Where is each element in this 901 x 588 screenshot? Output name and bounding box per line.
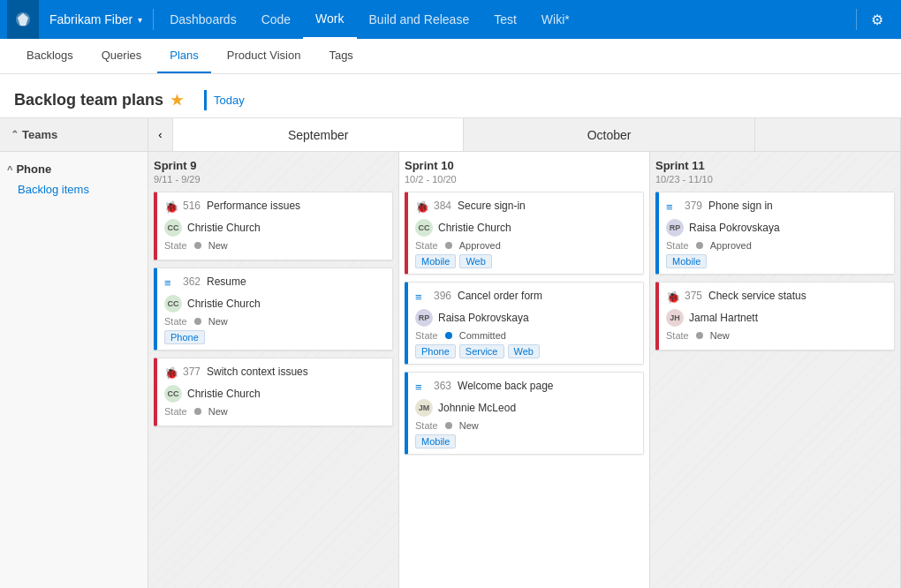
story-icon: ≡ [164,276,178,290]
avatar: JM [415,399,433,417]
card-362[interactable]: ≡ 362 Resume CC Christie Church State Ne… [154,268,393,351]
card-num: 375 [685,290,702,302]
story-icon: ≡ [415,381,429,394]
sprint-9-col: Sprint 9 9/11 - 9/29 🐞 516 Performance i… [148,152,399,588]
tag-mobile: Mobile [415,434,456,449]
card-377[interactable]: 🐞 377 Switch context issues CC Christie … [154,358,393,426]
month-october: October [464,118,754,151]
card-516[interactable]: 🐞 516 Performance issues CC Christie Chu… [154,192,393,260]
nav-work[interactable]: Work [303,0,356,39]
state-value: New [208,240,228,251]
bug-icon: 🐞 [415,200,429,214]
assignee-name: Christie Church [438,222,511,234]
settings-icon[interactable]: ⚙ [860,0,894,39]
card-title: Performance issues [207,200,300,214]
left-panel: ^ Phone Backlog items [0,152,148,588]
team-backlog-items[interactable]: Backlog items [0,179,148,200]
story-icon: ≡ [415,290,429,304]
nav-arrow-left[interactable]: ‹ [148,118,173,151]
state-value: Approved [710,240,752,251]
avatar: CC [164,385,182,403]
state-value: New [208,316,228,327]
tag-phone: Phone [415,344,456,358]
tag-mobile: Mobile [415,254,456,268]
state-label: State [666,330,689,341]
state-label: State [415,330,438,341]
assignee-name: Christie Church [187,388,261,400]
avatar: RP [415,309,433,327]
tab-backlogs[interactable]: Backlogs [14,38,86,73]
assignee-name: Raisa Pokrovskaya [438,312,529,324]
state-label: State [164,240,187,251]
card-363[interactable]: ≡ 363 Welcome back page JM Johnnie McLeo… [405,372,644,455]
sprint-11-col: Sprint 11 10/23 - 11/10 ≡ 379 Phone sign… [650,152,901,588]
state-value: Approved [459,240,501,251]
card-title: Welcome back page [458,380,554,394]
state-dot [194,318,201,325]
team-phone-label: Phone [16,162,51,176]
card-title: Cancel order form [458,290,542,304]
month-september: September [173,118,464,151]
sprint-9-name: Sprint 9 [154,159,393,172]
tab-product-vision[interactable]: Product Vision [215,38,314,73]
card-title: Secure sign-in [458,200,526,214]
bug-icon: 🐞 [164,366,178,380]
card-num: 377 [183,366,201,378]
nav-test[interactable]: Test [481,0,529,39]
teams-header: ⌃ Teams [0,118,148,151]
card-num: 363 [434,380,451,392]
card-379[interactable]: ≡ 379 Phone sign in RP Raisa Pokrovskaya… [655,192,895,275]
top-nav: Fabrikam Fiber ▾ Dashboards Code Work Bu… [0,0,901,39]
nav-code[interactable]: Code [249,0,303,39]
assignee-name: Jamal Hartnett [689,312,758,324]
tag-mobile: Mobile [666,254,707,268]
state-label: State [164,406,187,417]
star-icon[interactable]: ★ [170,92,183,109]
avatar: JH [666,309,684,327]
nav-wiki[interactable]: Wiki* [529,0,582,39]
team-chevron-icon: ^ [7,164,12,175]
tab-plans[interactable]: Plans [157,38,211,73]
state-dot [194,408,201,415]
card-384[interactable]: 🐞 384 Secure sign-in CC Christie Church … [405,192,644,275]
tag-web: Web [459,254,491,268]
tag-web: Web [508,344,540,358]
state-dot [445,422,452,429]
expand-icon[interactable]: ⌃ [11,129,19,140]
avatar: CC [164,295,182,313]
assignee-name: Christie Church [187,222,261,234]
tag: Phone [164,330,205,344]
state-dot [445,332,452,339]
brand-name[interactable]: Fabrikam Fiber ▾ [42,0,149,39]
card-title: Switch context issues [207,366,308,380]
sprint-10-col: Sprint 10 10/2 - 10/20 🐞 384 Secure sign… [399,152,650,588]
state-dot [696,332,703,339]
card-title: Check service status [708,290,806,304]
assignee-name: Raisa Pokrovskaya [689,222,780,234]
card-num: 396 [434,290,451,302]
state-label: State [415,420,438,431]
assignee-name: Christie Church [187,298,261,310]
card-title: Resume [207,275,246,290]
card-396[interactable]: ≡ 396 Cancel order form RP Raisa Pokrovs… [405,282,644,365]
page-header: Backlog team plans ★ Today [0,74,901,118]
page-title: Backlog team plans ★ [14,91,183,109]
story-icon: ≡ [666,200,680,214]
state-value: Committed [459,330,506,341]
state-dot [194,242,201,249]
today-button[interactable]: Today [204,90,252,110]
nav-right: ⚙ [852,0,894,39]
team-phone-header[interactable]: ^ Phone [0,159,148,179]
logo[interactable] [7,0,39,39]
bug-icon: 🐞 [164,200,178,214]
state-label: State [415,240,438,251]
sprint-10-dates: 10/2 - 10/20 [405,174,644,185]
tab-queries[interactable]: Queries [89,38,155,73]
state-value: New [208,406,228,417]
card-375[interactable]: 🐞 375 Check service status JH Jamal Hart… [655,282,895,351]
nav-build-release[interactable]: Build and Release [357,0,482,39]
nav-dashboards[interactable]: Dashboards [157,0,249,39]
avatar: CC [415,219,433,237]
tab-tags[interactable]: Tags [316,38,365,73]
state-value: New [459,420,479,431]
